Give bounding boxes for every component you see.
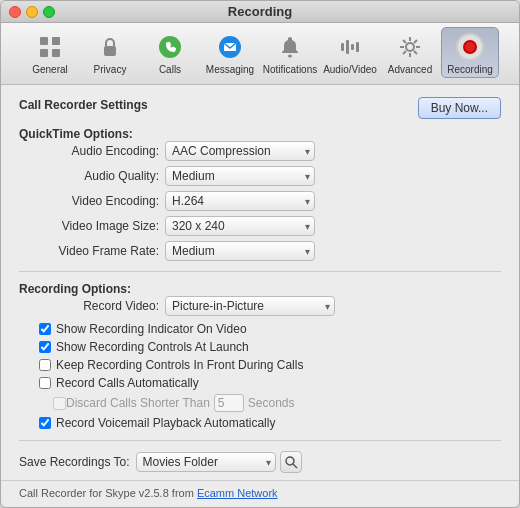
svg-rect-4 [104,46,116,56]
calls-label: Calls [159,64,181,75]
footer-link[interactable]: Ecamm Network [197,487,278,499]
show-controls-label: Show Recording Controls At Launch [56,340,249,354]
general-icon [34,31,66,63]
recording-options-title: Recording Options: [19,282,131,296]
recording-label: Recording [447,64,493,75]
audio-quality-select-wrapper: Medium [165,166,315,186]
minimize-button[interactable] [26,6,38,18]
audio-quality-select[interactable]: Medium [165,166,315,186]
advanced-label: Advanced [388,64,432,75]
toolbar-item-general[interactable]: General [21,28,79,77]
audio-quality-row: Audio Quality: Medium [19,166,501,186]
voicemail-label: Record Voicemail Playback Automatically [56,416,275,430]
save-label: Save Recordings To: [19,455,130,469]
save-select[interactable]: Movies Folder [136,452,276,472]
save-row: Save Recordings To: Movies Folder [19,451,501,473]
keep-controls-checkbox[interactable] [39,359,51,371]
record-video-select-wrapper: Picture-in-Picture [165,296,335,316]
voicemail-checkbox[interactable] [39,417,51,429]
messaging-icon [214,31,246,63]
video-frame-rate-select[interactable]: Medium [165,241,315,261]
video-frame-rate-row: Video Frame Rate: Medium [19,241,501,261]
svg-rect-8 [341,43,344,51]
audio-encoding-label: Audio Encoding: [39,144,159,158]
toolbar: General Privacy Calls [1,23,519,85]
svg-rect-2 [40,49,48,57]
discard-label: Discard Calls Shorter Than [66,396,210,410]
svg-line-17 [403,40,406,43]
audio-quality-label: Audio Quality: [39,169,159,183]
maximize-button[interactable] [43,6,55,18]
checkbox-row-record-auto: Record Calls Automatically [19,376,501,390]
svg-line-20 [403,51,406,54]
buy-now-button[interactable]: Buy Now... [418,97,501,119]
toolbar-item-privacy[interactable]: Privacy [81,28,139,77]
recording-dot [463,40,477,54]
video-image-size-label: Video Image Size: [39,219,159,233]
search-icon [284,455,298,469]
svg-line-22 [293,464,297,468]
audio-encoding-select[interactable]: AAC Compression [165,141,315,161]
privacy-icon [94,31,126,63]
svg-rect-11 [356,42,359,52]
show-indicator-label: Show Recording Indicator On Video [56,322,247,336]
toolbar-item-notifications[interactable]: Notifications [261,28,319,77]
video-frame-rate-label: Video Frame Rate: [39,244,159,258]
video-encoding-select[interactable]: H.264 [165,191,315,211]
svg-point-12 [406,43,414,51]
app-window: Recording General Privacy [0,0,520,508]
toolbar-item-advanced[interactable]: Advanced [381,28,439,77]
content-area: Call Recorder Settings Buy Now... QuickT… [1,85,519,480]
svg-point-7 [288,55,292,58]
notifications-icon [274,31,306,63]
svg-rect-0 [40,37,48,45]
checkbox-row-show-controls: Show Recording Controls At Launch [19,340,501,354]
toolbar-item-calls[interactable]: Calls [141,28,199,77]
quicktime-title: QuickTime Options: [19,127,133,141]
close-button[interactable] [9,6,21,18]
video-encoding-select-wrapper: H.264 [165,191,315,211]
show-controls-checkbox[interactable] [39,341,51,353]
seconds-label: Seconds [248,396,295,410]
video-encoding-label: Video Encoding: [39,194,159,208]
record-auto-checkbox[interactable] [39,377,51,389]
video-image-size-select[interactable]: 320 x 240 [165,216,315,236]
titlebar: Recording [1,1,519,23]
toolbar-item-audiovideo[interactable]: Audio/Video [321,28,379,77]
save-select-wrapper: Movies Folder [136,452,276,472]
svg-line-19 [414,40,417,43]
recording-icon [454,31,486,63]
toolbar-item-messaging[interactable]: Messaging [201,28,259,77]
discard-row: Discard Calls Shorter Than Seconds [19,394,501,412]
seconds-input[interactable] [214,394,244,412]
checkbox-row-keep-controls: Keep Recording Controls In Front During … [19,358,501,372]
privacy-label: Privacy [94,64,127,75]
calls-icon [154,31,186,63]
audiovideo-icon [334,31,366,63]
notifications-label: Notifications [263,64,317,75]
audio-encoding-select-wrapper: AAC Compression [165,141,315,161]
svg-rect-10 [351,44,354,50]
show-indicator-checkbox[interactable] [39,323,51,335]
video-image-size-select-wrapper: 320 x 240 [165,216,315,236]
call-recorder-title: Call Recorder Settings [19,98,148,112]
record-video-label: Record Video: [39,299,159,313]
video-image-size-row: Video Image Size: 320 x 240 [19,216,501,236]
messaging-label: Messaging [206,64,254,75]
audio-encoding-row: Audio Encoding: AAC Compression [19,141,501,161]
header-row: Call Recorder Settings Buy Now... [19,97,501,119]
toolbar-item-recording[interactable]: Recording [441,27,499,78]
divider-1 [19,271,501,272]
video-encoding-row: Video Encoding: H.264 [19,191,501,211]
record-video-select[interactable]: Picture-in-Picture [165,296,335,316]
recording-circle [456,33,484,61]
video-frame-rate-select-wrapper: Medium [165,241,315,261]
record-video-row: Record Video: Picture-in-Picture [19,296,501,316]
search-button[interactable] [280,451,302,473]
window-title: Recording [228,4,292,19]
general-label: General [32,64,68,75]
svg-rect-9 [346,40,349,54]
discard-checkbox[interactable] [53,397,66,410]
footer: Call Recorder for Skype v2.5.8 from Ecam… [1,480,519,507]
svg-rect-3 [52,49,60,57]
